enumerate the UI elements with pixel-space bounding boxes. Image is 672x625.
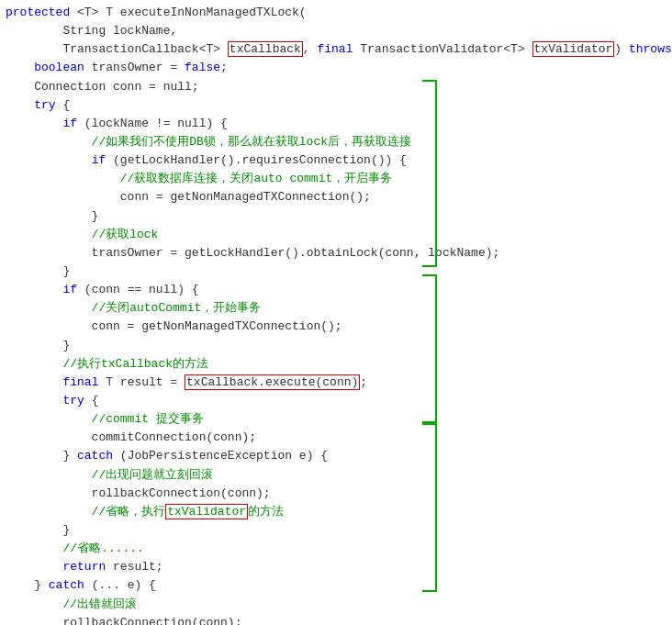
highlight-txcallback: txCallback (228, 41, 303, 57)
code-line-21: final T result = txCallback.execute(conn… (0, 374, 672, 392)
highlight-txcallback-execute: txCallback.execute(conn) (185, 374, 360, 390)
highlight-txvalidator: txValidator (532, 41, 615, 57)
code-line-33: //出错就回滚 (0, 596, 672, 614)
code-line-19: } (0, 337, 672, 355)
code-line-30: //省略...... (0, 540, 672, 558)
code-line-22: try { (0, 392, 672, 410)
code-line-17: //关闭autoCommit，开始事务 (0, 299, 672, 318)
keyword-protected: protected (6, 6, 70, 19)
code-line-11: conn = getNonManagedTXConnection(); (0, 188, 672, 206)
code-line-2: String lockName, (0, 22, 672, 40)
code-line-20: //执行txCallback的方法 (0, 355, 672, 374)
code-line-9: if (getLockHandler().requiresConnection(… (0, 151, 672, 170)
code-line-31: return result; (0, 558, 672, 576)
code-line-29: } (0, 521, 672, 540)
highlight-txvalidator-2: txValidator (165, 504, 248, 519)
code-line-5: Connection conn = null; (0, 78, 672, 96)
code-line-16: if (conn == null) { (0, 281, 672, 299)
code-line-26: //出现问题就立刻回滚 (0, 466, 672, 485)
code-line-18: conn = getNonManagedTXConnection(); (0, 318, 672, 336)
code-line-25: } catch (JobPersistenceException e) { (0, 447, 672, 465)
code-line-6: try { (0, 96, 672, 115)
code-line-15: } (0, 262, 672, 281)
code-line-14: transOwner = getLockHandler().obtainLock… (0, 244, 672, 262)
code-line-1: protected <T> T executeInNonManagedTXLoc… (0, 4, 672, 22)
code-line-7: if (lockName != null) { (0, 115, 672, 133)
code-line-13: //获取lock (0, 226, 672, 244)
code-line-28: //省略，执行txValidator的方法 (0, 503, 672, 521)
main-container: protected <T> T executeInNonManagedTXLoc… (0, 0, 672, 625)
code-line-3: TransactionCallback<T> txCallback, final… (0, 40, 672, 59)
code-line-23: //commit 提交事务 (0, 410, 672, 429)
code-line-12: } (0, 207, 672, 226)
code-line-34: rollbackConnection(conn); (0, 614, 672, 625)
code-line-24: commitConnection(conn); (0, 429, 672, 447)
code-line-4: boolean transOwner = false; (0, 59, 672, 77)
code-line-8: //如果我们不使用DB锁，那么就在获取lock后，再获取连接 (0, 133, 672, 151)
code-line-27: rollbackConnection(conn); (0, 485, 672, 503)
code-panel: protected <T> T executeInNonManagedTXLoc… (0, 0, 672, 625)
code-line-10: //获取数据库连接，关闭auto commit，开启事务 (0, 170, 672, 188)
code-line-32: } catch (... e) { (0, 576, 672, 595)
